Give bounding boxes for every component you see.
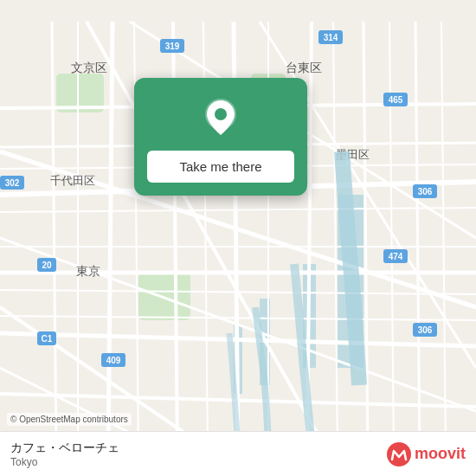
svg-line-17 bbox=[363, 22, 368, 454]
svg-text:319: 319 bbox=[165, 42, 180, 51]
location-pin-icon bbox=[198, 95, 243, 140]
svg-text:台東区: 台東区 bbox=[286, 61, 322, 74]
take-me-there-button[interactable]: Take me there bbox=[147, 151, 294, 183]
map-container: 319 314 465 306 474 306 302 20 C1 409 文京… bbox=[0, 0, 476, 476]
svg-line-36 bbox=[333, 22, 338, 454]
bottom-bar: カフェ・ベローチェ Tokyo moovit bbox=[0, 431, 476, 476]
svg-line-37 bbox=[389, 22, 394, 454]
svg-text:東京: 東京 bbox=[76, 264, 100, 278]
location-card: Take me there bbox=[134, 78, 307, 196]
copyright-text: © OpenStreetMap contributors bbox=[7, 413, 132, 426]
svg-line-13 bbox=[108, 22, 113, 454]
moovit-icon bbox=[387, 442, 411, 466]
map-roads: 319 314 465 306 474 306 302 20 C1 409 文京… bbox=[0, 0, 476, 476]
svg-text:306: 306 bbox=[418, 325, 433, 335]
svg-text:20: 20 bbox=[42, 261, 52, 270]
moovit-logo: moovit bbox=[387, 442, 466, 466]
svg-text:314: 314 bbox=[324, 33, 338, 42]
moovit-text: moovit bbox=[415, 445, 466, 463]
place-name: カフェ・ベローチェ bbox=[10, 441, 119, 456]
svg-point-65 bbox=[215, 108, 227, 120]
svg-line-38 bbox=[441, 22, 446, 454]
svg-text:306: 306 bbox=[418, 187, 433, 196]
svg-text:文京区: 文京区 bbox=[71, 61, 107, 74]
svg-text:千代田区: 千代田区 bbox=[50, 174, 95, 187]
svg-line-19 bbox=[52, 22, 56, 454]
svg-text:C1: C1 bbox=[42, 334, 53, 344]
svg-line-28 bbox=[0, 208, 476, 212]
svg-point-66 bbox=[387, 442, 411, 466]
svg-text:302: 302 bbox=[5, 178, 20, 188]
place-info: カフェ・ベローチェ Tokyo bbox=[10, 441, 119, 468]
svg-text:474: 474 bbox=[389, 252, 403, 261]
place-city: Tokyo bbox=[10, 456, 119, 468]
svg-text:465: 465 bbox=[389, 95, 403, 105]
svg-text:409: 409 bbox=[106, 356, 121, 365]
